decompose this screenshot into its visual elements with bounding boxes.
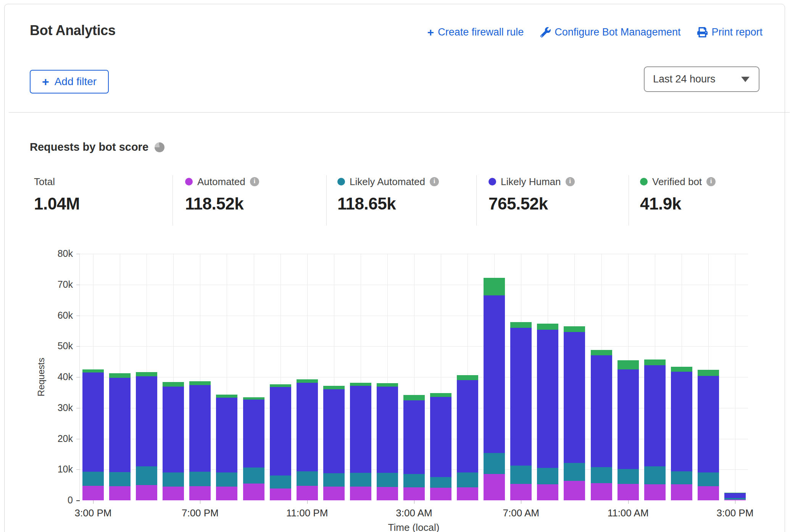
bar-9[interactable]: [323, 386, 345, 500]
bar-19[interactable]: [591, 350, 612, 500]
bot-analytics-page: Bot Analytics + Create firewall rule Con…: [0, 0, 790, 532]
bar-segment-verified-bot: [564, 326, 585, 332]
bar-segment-verified-bot: [323, 386, 345, 389]
bar-12[interactable]: [403, 395, 425, 500]
bar-segment-likely-automated: [189, 472, 211, 486]
bar-segment-likely-human: [537, 330, 558, 468]
bar-segment-automated: [564, 481, 585, 500]
bar-segment-likely-human: [297, 383, 318, 472]
bar-segment-likely-human: [189, 385, 211, 472]
stat-value: 41.9k: [640, 194, 716, 213]
x-tick-label: 11:00 PM: [286, 507, 328, 519]
bar-14[interactable]: [457, 375, 478, 500]
bar-2[interactable]: [136, 372, 157, 500]
header-actions: + Create firewall rule Configure Bot Man…: [427, 26, 763, 38]
bar-segment-likely-automated: [82, 472, 104, 486]
bar-segment-automated: [297, 486, 318, 500]
bar-segment-likely-human: [617, 369, 639, 469]
bar-24[interactable]: [724, 493, 746, 500]
bar-segment-automated: [323, 487, 345, 500]
chevron-down-icon: [741, 77, 750, 82]
bar-23[interactable]: [698, 370, 719, 500]
y-tick-label: 80k: [35, 248, 73, 259]
bar-segment-automated: [430, 488, 451, 500]
bar-segment-verified-bot: [537, 324, 558, 329]
bar-4[interactable]: [189, 381, 211, 501]
bar-6[interactable]: [243, 397, 264, 501]
x-tick: [307, 500, 308, 504]
bar-3[interactable]: [163, 382, 184, 500]
bar-segment-likely-automated: [591, 467, 612, 483]
info-icon[interactable]: [566, 177, 575, 186]
plus-icon: +: [427, 27, 434, 38]
bar-segment-automated: [243, 484, 264, 500]
bar-segment-likely-automated: [163, 472, 184, 487]
bar-segment-automated: [82, 486, 104, 500]
stat-likely-automated[interactable]: Likely Automated 118.65k: [337, 176, 439, 213]
legend-dot-likely-automated: [337, 178, 345, 185]
stat-verified-bot[interactable]: Verified bot 41.9k: [640, 176, 716, 213]
configure-bot-management-link[interactable]: Configure Bot Management: [540, 26, 680, 38]
bar-segment-likely-automated: [564, 463, 585, 481]
bar-segment-automated: [484, 474, 505, 500]
bar-segment-likely-automated: [457, 472, 478, 487]
y-tick-label: 70k: [35, 279, 73, 290]
add-filter-label: Add filter: [55, 76, 97, 88]
bar-segment-likely-human: [724, 493, 746, 498]
bar-segment-verified-bot: [591, 350, 612, 356]
bar-segment-likely-human: [270, 387, 291, 476]
bar-segment-automated: [136, 485, 157, 500]
bar-20[interactable]: [617, 360, 639, 500]
bar-5[interactable]: [216, 395, 237, 500]
bar-segment-likely-human: [484, 295, 505, 453]
y-tick-label: 60k: [35, 310, 73, 321]
bar-segment-likely-automated: [617, 469, 639, 484]
header-divider: [9, 112, 790, 113]
bar-segment-likely-automated: [510, 466, 532, 484]
bar-segment-verified-bot: [297, 379, 318, 382]
create-firewall-rule-link[interactable]: + Create firewall rule: [427, 26, 524, 38]
bar-segment-verified-bot: [510, 322, 532, 328]
x-tick: [628, 500, 629, 504]
section-title-row: Requests by bot score: [30, 141, 164, 153]
time-range-dropdown[interactable]: Last 24 hours: [644, 66, 759, 92]
pie-chart-icon: [155, 142, 164, 152]
bar-7[interactable]: [270, 384, 291, 500]
bar-segment-likely-automated: [484, 453, 505, 474]
stat-value: 118.52k: [185, 194, 259, 213]
bar-10[interactable]: [350, 383, 371, 500]
bar-18[interactable]: [564, 326, 585, 500]
bar-segment-automated: [617, 484, 639, 500]
print-report-link[interactable]: Print report: [697, 26, 763, 38]
info-icon[interactable]: [706, 177, 716, 186]
add-filter-button[interactable]: + Add filter: [30, 70, 109, 94]
bar-13[interactable]: [430, 393, 451, 500]
printer-icon: [697, 27, 708, 37]
bar-15[interactable]: [484, 278, 505, 500]
bar-11[interactable]: [377, 383, 398, 500]
bar-21[interactable]: [644, 360, 666, 500]
stats-row: Total 1.04M Automated 118.52k Likely Aut…: [5, 175, 790, 226]
bar-0[interactable]: [82, 369, 104, 500]
legend-dot-automated: [185, 178, 193, 185]
bar-16[interactable]: [510, 322, 532, 500]
stat-value: 1.04M: [34, 194, 80, 213]
y-tick: [76, 377, 80, 377]
stat-divider: [173, 175, 173, 226]
wrench-icon: [540, 27, 551, 37]
stat-automated[interactable]: Automated 118.52k: [185, 176, 259, 213]
info-icon[interactable]: [430, 177, 439, 186]
bar-1[interactable]: [109, 373, 131, 500]
info-icon[interactable]: [250, 177, 259, 186]
plus-icon: +: [42, 76, 49, 88]
stat-likely-human[interactable]: Likely Human 765.52k: [489, 176, 575, 213]
bar-22[interactable]: [671, 367, 692, 500]
bar-segment-automated: [698, 486, 719, 500]
bar-segment-verified-bot: [189, 381, 211, 385]
bar-segment-verified-bot: [82, 369, 104, 372]
bar-segment-verified-bot: [430, 393, 451, 397]
bar-8[interactable]: [297, 379, 318, 500]
bar-segment-likely-automated: [297, 471, 318, 486]
y-tick: [76, 500, 80, 501]
bar-17[interactable]: [537, 324, 558, 500]
